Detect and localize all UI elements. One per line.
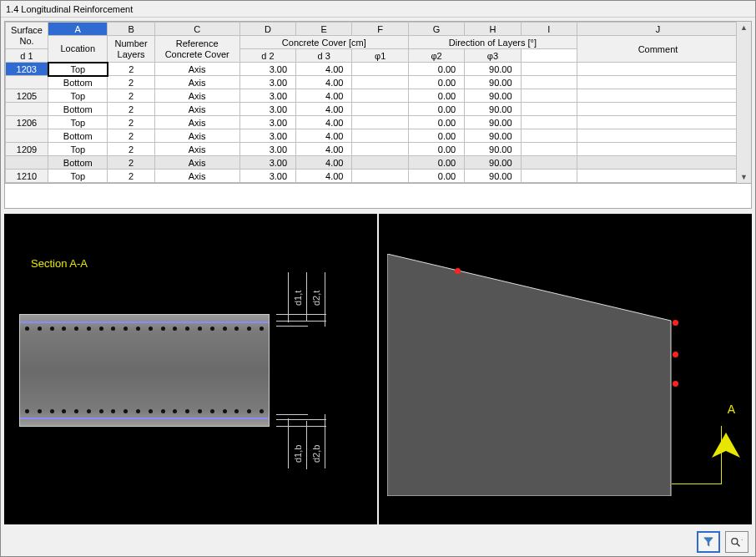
cell-d3[interactable] xyxy=(352,116,408,129)
col-ref-cc[interactable]: ReferenceConcrete Cover xyxy=(154,36,239,63)
cell-d3[interactable] xyxy=(352,156,408,170)
row-header[interactable] xyxy=(6,76,48,89)
cell-ref-cc[interactable]: Axis xyxy=(154,143,239,156)
zoom-fit-button[interactable]: ↔ xyxy=(725,531,748,553)
grid[interactable]: SurfaceNo. A B C D E F G H I J Location xyxy=(4,21,752,184)
cell-d2[interactable]: 4.00 xyxy=(296,63,352,76)
cell-p3[interactable] xyxy=(521,143,577,156)
cell-number-layers[interactable]: 2 xyxy=(108,103,154,116)
table-row[interactable]: 1203Top2Axis3.004.000.0090.00 xyxy=(6,63,739,76)
cell-location[interactable]: Top xyxy=(48,63,108,76)
cell-d3[interactable] xyxy=(352,89,408,103)
cell-d3[interactable] xyxy=(352,170,408,183)
col-number-layers[interactable]: NumberLayers xyxy=(108,36,154,63)
cell-location[interactable]: Bottom xyxy=(48,156,108,170)
cell-p2[interactable]: 90.00 xyxy=(465,143,521,156)
section-view-panel[interactable]: Section A-A d1,t d2,t xyxy=(4,214,377,524)
vertical-scrollbar[interactable]: ▲ ▼ xyxy=(736,22,751,183)
cell-comment[interactable] xyxy=(577,156,738,170)
cell-location[interactable]: Bottom xyxy=(48,103,108,116)
cell-comment[interactable] xyxy=(577,103,738,116)
cell-comment[interactable] xyxy=(577,116,738,129)
cell-p1[interactable]: 0.00 xyxy=(408,76,464,89)
col-d3[interactable]: d 3 xyxy=(296,49,352,63)
cell-p2[interactable]: 90.00 xyxy=(465,76,521,89)
cell-ref-cc[interactable]: Axis xyxy=(154,129,239,143)
cell-d3[interactable] xyxy=(352,129,408,143)
cell-d3[interactable] xyxy=(352,63,408,76)
col-d1[interactable]: d 1 xyxy=(6,49,48,63)
cell-d1[interactable]: 3.00 xyxy=(239,103,295,116)
col-d2[interactable]: d 2 xyxy=(239,49,295,63)
cell-p2[interactable]: 90.00 xyxy=(465,156,521,170)
cell-location[interactable]: Bottom xyxy=(48,129,108,143)
cell-d2[interactable]: 4.00 xyxy=(296,89,352,103)
cell-comment[interactable] xyxy=(577,129,738,143)
table-row[interactable]: Bottom2Axis3.004.000.0090.00 xyxy=(6,103,739,116)
col-p3[interactable]: φ3 xyxy=(465,49,521,63)
col-F[interactable]: F xyxy=(352,23,408,36)
cell-d2[interactable]: 4.00 xyxy=(296,116,352,129)
row-header[interactable]: 1210 xyxy=(6,170,48,183)
cell-ref-cc[interactable]: Axis xyxy=(154,89,239,103)
col-C[interactable]: C xyxy=(154,23,239,36)
cell-ref-cc[interactable]: Axis xyxy=(154,76,239,89)
row-header[interactable]: 1205 xyxy=(6,89,48,103)
cell-ref-cc[interactable]: Axis xyxy=(154,103,239,116)
cell-number-layers[interactable]: 2 xyxy=(108,129,154,143)
cell-p3[interactable] xyxy=(521,129,577,143)
table-row[interactable]: 1209Top2Axis3.004.000.0090.00 xyxy=(6,143,739,156)
cell-p3[interactable] xyxy=(521,156,577,170)
cell-p1[interactable]: 0.00 xyxy=(408,89,464,103)
row-header[interactable] xyxy=(6,103,48,116)
cell-p2[interactable]: 90.00 xyxy=(465,170,521,183)
cell-d1[interactable]: 3.00 xyxy=(239,63,295,76)
cell-location[interactable]: Bottom xyxy=(48,76,108,89)
cell-comment[interactable] xyxy=(577,89,738,103)
cell-d1[interactable]: 3.00 xyxy=(239,116,295,129)
cell-number-layers[interactable]: 2 xyxy=(108,89,154,103)
cell-ref-cc[interactable]: Axis xyxy=(154,156,239,170)
col-E[interactable]: E xyxy=(296,23,352,36)
cell-comment[interactable] xyxy=(577,63,738,76)
cell-d2[interactable]: 4.00 xyxy=(296,129,352,143)
col-p2[interactable]: φ2 xyxy=(408,49,464,63)
filter-button[interactable] xyxy=(697,531,720,553)
row-header[interactable] xyxy=(6,129,48,143)
cell-p2[interactable]: 90.00 xyxy=(465,116,521,129)
cell-comment[interactable] xyxy=(577,170,738,183)
cell-p1[interactable]: 0.00 xyxy=(408,143,464,156)
scroll-up-icon[interactable]: ▲ xyxy=(740,23,748,32)
cell-p2[interactable]: 90.00 xyxy=(465,89,521,103)
col-G[interactable]: G xyxy=(408,23,464,36)
cell-p2[interactable]: 90.00 xyxy=(465,103,521,116)
cell-location[interactable]: Top xyxy=(48,89,108,103)
table-row[interactable]: Bottom2Axis3.004.000.0090.00 xyxy=(6,156,739,170)
scroll-down-icon[interactable]: ▼ xyxy=(740,173,748,181)
cell-location[interactable]: Top xyxy=(48,143,108,156)
cell-d1[interactable]: 3.00 xyxy=(239,156,295,170)
cell-p1[interactable]: 0.00 xyxy=(408,156,464,170)
cell-d3[interactable] xyxy=(352,103,408,116)
cell-p1[interactable]: 0.00 xyxy=(408,116,464,129)
col-H[interactable]: H xyxy=(465,23,521,36)
cell-number-layers[interactable]: 2 xyxy=(108,63,154,76)
cell-p3[interactable] xyxy=(521,103,577,116)
cell-number-layers[interactable]: 2 xyxy=(108,76,154,89)
cell-p3[interactable] xyxy=(521,170,577,183)
cell-d1[interactable]: 3.00 xyxy=(239,143,295,156)
cell-number-layers[interactable]: 2 xyxy=(108,156,154,170)
cell-number-layers[interactable]: 2 xyxy=(108,143,154,156)
col-p1[interactable]: φ1 xyxy=(352,49,408,63)
row-header[interactable]: 1209 xyxy=(6,143,48,156)
cell-p3[interactable] xyxy=(521,63,577,76)
cell-p3[interactable] xyxy=(521,76,577,89)
cell-d3[interactable] xyxy=(352,76,408,89)
col-I[interactable]: I xyxy=(521,23,577,36)
table-row[interactable]: 1210Top2Axis3.004.000.0090.00 xyxy=(6,170,739,183)
cell-p1[interactable]: 0.00 xyxy=(408,103,464,116)
cell-number-layers[interactable]: 2 xyxy=(108,116,154,129)
cell-d1[interactable]: 3.00 xyxy=(239,170,295,183)
cell-location[interactable]: Top xyxy=(48,116,108,129)
cell-ref-cc[interactable]: Axis xyxy=(154,116,239,129)
